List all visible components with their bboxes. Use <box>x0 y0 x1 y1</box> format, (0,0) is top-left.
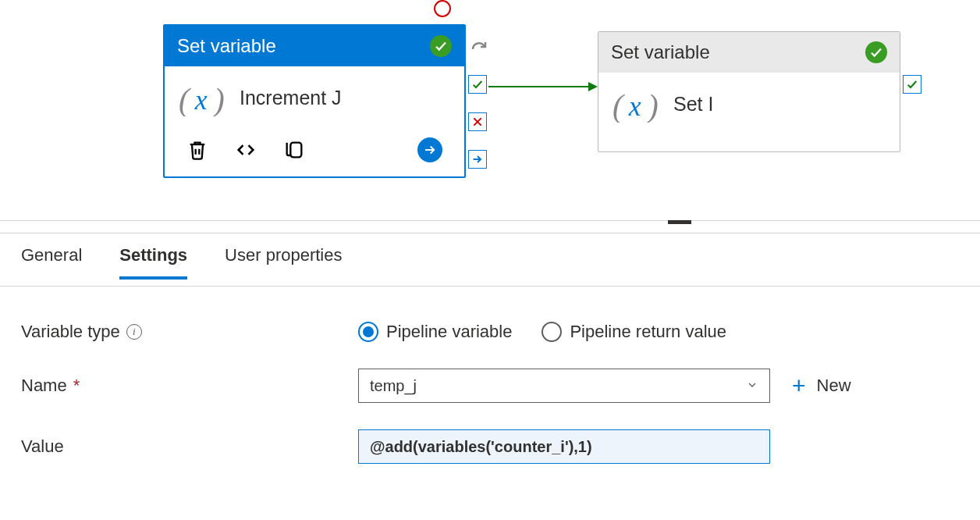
status-success-icon <box>430 35 452 57</box>
variable-icon: ( x ) <box>612 87 659 122</box>
activity-name-label: Increment J <box>240 87 342 109</box>
port-skip-icon[interactable] <box>468 150 487 169</box>
properties-tabs: General Settings User properties <box>21 245 342 280</box>
settings-form: Variable type i Pipeline variable Pipeli… <box>21 322 959 490</box>
label-name: Name * <box>21 376 358 396</box>
chevron-down-icon <box>746 377 758 395</box>
activity-node-set-i[interactable]: Set variable ( x ) Set I <box>598 31 900 152</box>
tabs-underline <box>0 286 980 287</box>
name-value: temp_j <box>370 377 417 395</box>
svg-text:(: ( <box>612 87 625 122</box>
activity-node-increment-j[interactable]: Set variable ( x ) Increment J <box>163 24 466 178</box>
radio-pipeline-return-value[interactable]: Pipeline return value <box>541 322 726 342</box>
label-text: Variable type <box>21 322 120 342</box>
svg-text:x: x <box>628 91 641 122</box>
radio-label: Pipeline variable <box>386 322 512 342</box>
new-label: New <box>817 376 851 396</box>
panel-divider <box>0 220 980 221</box>
panel-divider <box>0 233 980 233</box>
activity-node-body: ( x ) Increment J <box>165 66 464 130</box>
svg-rect-3 <box>290 143 301 158</box>
name-select[interactable]: temp_j <box>358 369 770 403</box>
delete-icon[interactable] <box>186 139 208 161</box>
svg-marker-9 <box>588 82 598 91</box>
port-success-icon[interactable] <box>468 75 487 94</box>
port-fail-icon[interactable] <box>468 112 487 131</box>
required-marker: * <box>73 376 80 396</box>
value-expression-input[interactable]: @add(variables('counter_i'),1) <box>358 429 770 464</box>
tab-general[interactable]: General <box>21 245 82 280</box>
activity-node-header[interactable]: Set variable <box>598 32 900 73</box>
label-value: Value <box>21 436 358 457</box>
new-variable-button[interactable]: + New <box>792 374 851 397</box>
svg-text:x: x <box>194 84 208 116</box>
plus-icon: + <box>792 374 806 397</box>
row-value: Value @add(variables('counter_i'),1) <box>21 429 959 464</box>
radio-icon <box>541 322 562 342</box>
activity-node-toolbar <box>165 130 464 176</box>
tab-user-properties[interactable]: User properties <box>225 245 342 280</box>
variable-icon: ( x ) <box>179 80 225 116</box>
row-name: Name * temp_j + New <box>21 369 959 403</box>
label-text: Value <box>21 436 64 457</box>
activity-type-label: Set variable <box>177 35 276 57</box>
svg-text:(: ( <box>179 81 191 116</box>
code-icon[interactable] <box>235 139 257 161</box>
port-success-icon[interactable] <box>903 75 921 94</box>
redo-icon[interactable] <box>469 37 489 58</box>
svg-text:): ) <box>646 87 659 122</box>
label-text: Name <box>21 376 67 396</box>
row-variable-type: Variable type i Pipeline variable Pipeli… <box>21 322 959 342</box>
breakpoint-marker[interactable] <box>434 0 451 17</box>
radio-pipeline-variable[interactable]: Pipeline variable <box>358 322 512 342</box>
expand-arrow-button[interactable] <box>417 137 442 162</box>
svg-text:): ) <box>212 81 225 116</box>
value-text: @add(variables('counter_i'),1) <box>370 438 592 456</box>
tab-settings[interactable]: Settings <box>119 245 187 280</box>
pipeline-canvas[interactable]: Set variable ( x ) Increment J <box>0 0 980 226</box>
radio-icon <box>358 322 378 342</box>
radio-label: Pipeline return value <box>570 322 726 342</box>
panel-resize-handle[interactable] <box>668 220 691 224</box>
activity-node-header[interactable]: Set variable <box>165 26 464 66</box>
activity-type-label: Set variable <box>611 41 710 63</box>
activity-name-label: Set I <box>673 93 713 116</box>
copy-icon[interactable] <box>283 139 305 161</box>
connector-success[interactable] <box>488 79 598 94</box>
status-success-icon <box>865 41 887 63</box>
variable-type-radio-group: Pipeline variable Pipeline return value <box>358 322 726 342</box>
label-variable-type: Variable type i <box>21 322 358 342</box>
activity-node-body: ( x ) Set I <box>598 73 900 136</box>
info-icon[interactable]: i <box>126 324 142 340</box>
